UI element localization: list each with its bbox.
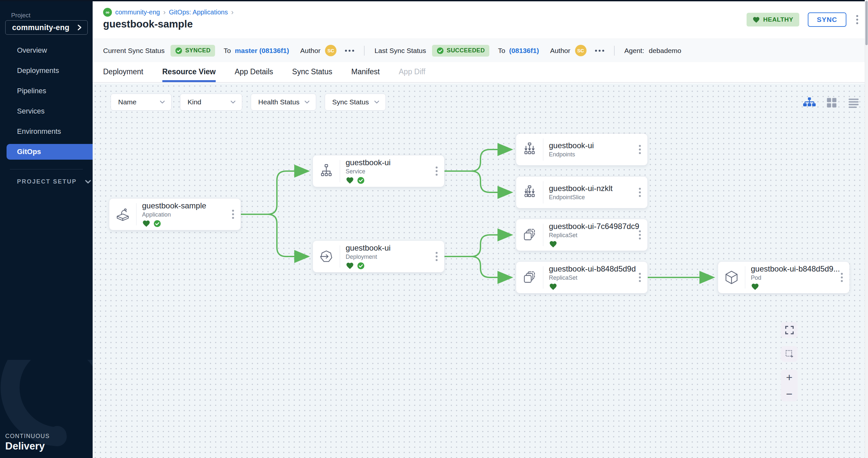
app-window: Project community-eng Overview Deploymen…	[0, 0, 868, 458]
current-revision-link[interactable]: master (08136f1)	[235, 47, 289, 55]
author-avatar: SC	[575, 45, 587, 56]
tab-app-diff: App Diff	[399, 62, 425, 82]
healthy-heart-icon	[142, 220, 151, 227]
grid-view-icon[interactable]	[826, 97, 838, 109]
agent-label: Agent:	[624, 47, 645, 55]
project-label: Project	[11, 12, 30, 19]
deployment-icon	[318, 249, 334, 264]
sidebar-item-environments[interactable]: Environments	[0, 121, 93, 142]
fullscreen-icon	[784, 325, 794, 335]
fullscreen-button[interactable]	[781, 322, 798, 338]
node-menu-kebab-icon[interactable]	[434, 251, 439, 262]
node-service-guestbook-ui[interactable]: guestbook-ui Service	[313, 155, 444, 187]
healthy-heart-icon	[751, 283, 760, 291]
check-circle-icon	[437, 47, 444, 54]
tab-manifest[interactable]: Manifest	[351, 62, 380, 82]
node-menu-kebab-icon[interactable]	[638, 271, 642, 283]
node-kind: ReplicaSet	[549, 232, 639, 239]
healthy-heart-icon	[346, 177, 354, 184]
last-revision-link[interactable]: (08136f1)	[509, 47, 539, 55]
tree-view-icon[interactable]	[803, 97, 816, 109]
scrollbar-thumb[interactable]	[865, 1, 868, 45]
zoom-in-button[interactable]: +	[786, 372, 793, 383]
endpointslice-icon	[522, 185, 537, 200]
synced-check-icon	[154, 220, 161, 227]
node-title: guestbook-ui-nzklt	[549, 184, 613, 193]
node-title: guestbook-sample	[142, 201, 206, 210]
node-application-guestbook-sample[interactable]: guestbook-sample Application	[109, 198, 241, 230]
node-menu-kebab-icon[interactable]	[231, 208, 235, 220]
application-icon	[115, 206, 131, 222]
sidebar-divider	[10, 169, 83, 169]
author-avatar: SC	[325, 45, 337, 56]
chevron-down-icon	[374, 100, 380, 104]
vertical-scrollbar[interactable]	[865, 0, 868, 458]
node-deployment-guestbook-ui[interactable]: guestbook-ui Deployment	[313, 240, 444, 272]
sidebar-item-deployments[interactable]: Deployments	[0, 61, 93, 81]
node-kind: Pod	[751, 274, 840, 281]
marquee-select-button[interactable]	[781, 346, 798, 362]
page-title: guestbook-sample	[103, 18, 193, 30]
node-endpoints-guestbook-ui[interactable]: guestbook-ui Endpoints	[516, 133, 648, 166]
tab-deployment[interactable]: Deployment	[103, 62, 143, 82]
breadcrumb-section-link[interactable]: GitOps: Applications	[169, 8, 228, 16]
node-kind: ReplicaSet	[549, 274, 636, 281]
commit-more-icon[interactable]	[595, 50, 604, 52]
filter-kind-dropdown[interactable]: Kind	[180, 94, 242, 110]
window-top-edge	[0, 0, 868, 1]
divider	[364, 46, 365, 56]
healthy-heart-icon	[549, 240, 557, 248]
gitops-logo-icon: ∞	[103, 8, 112, 17]
node-menu-kebab-icon[interactable]	[434, 165, 439, 177]
sidebar-item-services[interactable]: Services	[0, 101, 93, 121]
node-title: guestbook-ui	[346, 243, 391, 253]
service-icon	[318, 164, 334, 178]
synced-check-icon	[357, 262, 365, 269]
divider	[614, 46, 615, 56]
sidebar-item-pipelines[interactable]: Pipelines	[0, 81, 93, 101]
filter-sync-status-dropdown[interactable]: Sync Status	[325, 94, 386, 110]
healthy-heart-icon	[549, 283, 557, 291]
author-label: Author	[550, 47, 570, 55]
list-view-icon[interactable]	[847, 97, 860, 109]
breadcrumb: ∞ community-eng › GitOps: Applications ›	[103, 8, 234, 17]
node-menu-kebab-icon[interactable]	[638, 229, 642, 241]
main-area: ∞ community-eng › GitOps: Applications ›…	[93, 1, 868, 458]
node-replicaset-guestbook-ui-7c64987dc9[interactable]: guestbook-ui-7c64987dc9 ReplicaSet	[516, 219, 648, 251]
project-selector[interactable]: community-eng	[5, 20, 88, 35]
sidebar-nav: Overview Deployments Pipelines Services …	[0, 40, 93, 169]
sidebar-item-gitops[interactable]: GitOps	[0, 142, 93, 162]
filter-row: Name Kind Health Status Sync Status	[111, 94, 386, 110]
node-menu-kebab-icon[interactable]	[839, 271, 844, 283]
node-pod-guestbook-ui-b848d5d9[interactable]: guestbook-ui-b848d5d9... Pod	[718, 261, 850, 293]
replicaset-icon	[522, 270, 537, 285]
commit-more-icon[interactable]	[345, 50, 354, 52]
node-title: guestbook-ui-b848d5d9...	[751, 264, 840, 273]
app-menu-kebab-icon[interactable]	[855, 14, 860, 26]
header-actions: HEALTHY SYNC	[747, 12, 860, 27]
current-sync-status-label: Current Sync Status	[103, 47, 165, 55]
zoom-controls: + −	[781, 370, 798, 401]
to-label: To	[498, 47, 505, 55]
node-kind: EndpointSlice	[549, 194, 613, 201]
filter-health-status-dropdown[interactable]: Health Status	[251, 94, 316, 110]
sidebar-item-overview[interactable]: Overview	[0, 40, 93, 61]
sync-button[interactable]: SYNC	[808, 12, 846, 27]
filter-name-dropdown[interactable]: Name	[111, 94, 172, 110]
author-label: Author	[300, 47, 320, 55]
resource-graph-canvas[interactable]: Name Kind Health Status Sync Status	[93, 84, 868, 458]
zoom-out-button[interactable]: −	[786, 388, 793, 399]
node-menu-kebab-icon[interactable]	[638, 187, 642, 198]
tab-app-details[interactable]: App Details	[235, 62, 273, 82]
node-title: guestbook-ui-b848d5d9d	[549, 264, 636, 273]
node-menu-kebab-icon[interactable]	[638, 143, 642, 155]
tab-sync-status[interactable]: Sync Status	[292, 62, 333, 82]
project-setup-toggle[interactable]: PROJECT SETUP	[17, 178, 91, 185]
chevron-down-icon	[85, 179, 91, 184]
chevron-down-icon	[159, 100, 165, 104]
node-replicaset-guestbook-ui-b848d5d9d[interactable]: guestbook-ui-b848d5d9d ReplicaSet	[516, 261, 648, 293]
node-endpointslice-guestbook-ui-nzklt[interactable]: guestbook-ui-nzklt EndpointSlice	[516, 176, 648, 208]
breadcrumb-project-link[interactable]: community-eng	[115, 8, 160, 16]
tab-resource-view[interactable]: Resource View	[162, 62, 216, 82]
heart-icon	[752, 17, 760, 23]
